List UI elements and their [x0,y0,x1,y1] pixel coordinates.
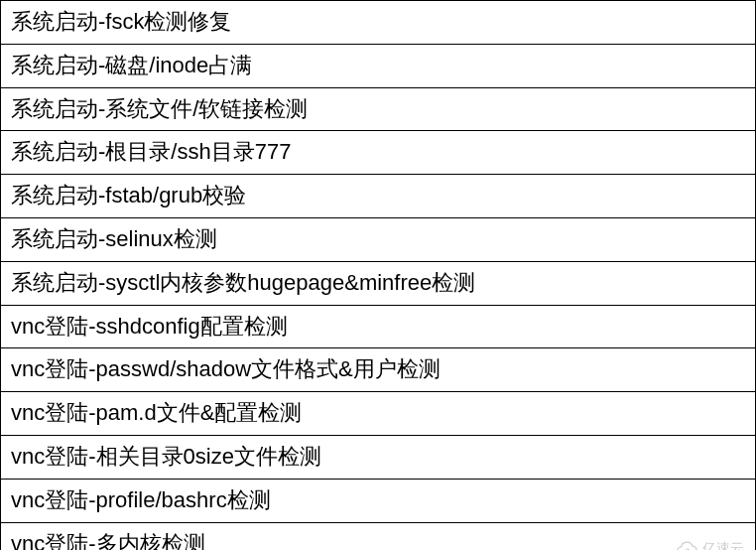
table-cell: 系统启动-selinux检测 [1,217,756,261]
table-row: vnc登陆-相关目录0size文件检测 [1,435,756,479]
table-row: 系统启动-根目录/ssh目录777 [1,131,756,175]
table-row: 系统启动-fsck检测修复 [1,1,756,45]
table-cell: vnc登陆-sshdconfig配置检测 [1,305,756,348]
table-cell: vnc登陆-多内核检测 [1,522,756,550]
table-row: 系统启动-selinux检测 [1,217,756,261]
table-cell: 系统启动-fstab/grub校验 [1,175,756,218]
table-cell: 系统启动-fsck检测修复 [1,1,756,45]
table-cell: 系统启动-根目录/ssh目录777 [1,131,756,175]
table-row: 系统启动-sysctl内核参数hugepage&minfree检测 [1,261,756,305]
table-row: vnc登陆-profile/bashrc检测 [1,479,756,522]
watermark: 亿速云 [675,540,744,550]
table-body: 系统启动-fsck检测修复 系统启动-磁盘/inode占满 系统启动-系统文件/… [1,1,756,551]
table-row: 系统启动-fstab/grub校验 [1,175,756,218]
table-cell: vnc登陆-passwd/shadow文件格式&用户检测 [1,348,756,392]
table-cell: 系统启动-系统文件/软链接检测 [1,87,756,131]
table-cell: vnc登陆-pam.d文件&配置检测 [1,392,756,436]
checklist-table: 系统启动-fsck检测修复 系统启动-磁盘/inode占满 系统启动-系统文件/… [0,0,756,550]
table-row: vnc登陆-sshdconfig配置检测 [1,305,756,348]
table-cell: 系统启动-sysctl内核参数hugepage&minfree检测 [1,261,756,305]
table-cell: vnc登陆-相关目录0size文件检测 [1,435,756,479]
table-cell: vnc登陆-profile/bashrc检测 [1,479,756,522]
table-row: vnc登陆-pam.d文件&配置检测 [1,392,756,436]
table-row: vnc登陆-多内核检测 [1,522,756,550]
watermark-text: 亿速云 [702,540,744,550]
table-cell: 系统启动-磁盘/inode占满 [1,44,756,87]
cloud-icon [675,541,698,550]
table-row: vnc登陆-passwd/shadow文件格式&用户检测 [1,348,756,392]
table-row: 系统启动-磁盘/inode占满 [1,44,756,87]
table-row: 系统启动-系统文件/软链接检测 [1,87,756,131]
